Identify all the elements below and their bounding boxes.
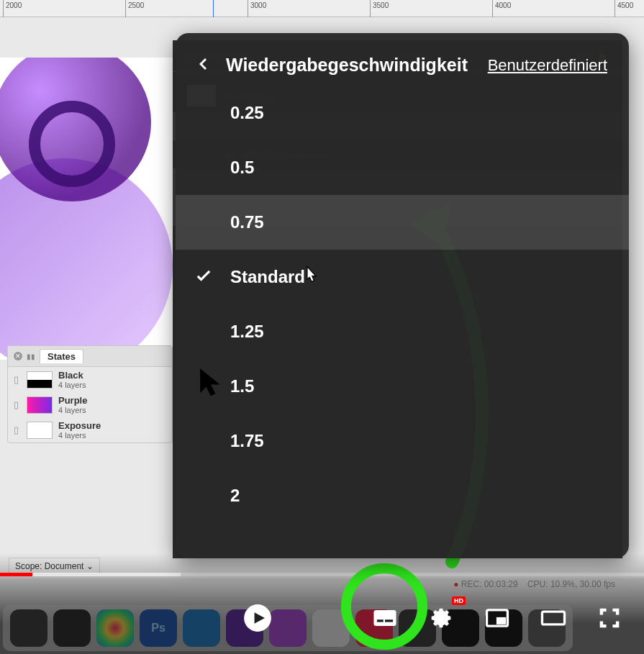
pause-icon: ▮▮ xyxy=(27,353,35,360)
state-row[interactable]: ▯ Purple4 layers xyxy=(8,392,172,417)
page-icon: ▯ xyxy=(14,399,21,410)
states-tab[interactable]: States xyxy=(40,349,83,363)
play-button[interactable] xyxy=(240,601,275,635)
speed-option[interactable]: 1.25 xyxy=(176,304,629,359)
ruler-mark: 4500 xyxy=(617,1,633,9)
menu-title: Wiedergabegeschwindigkeit xyxy=(226,55,468,76)
state-row[interactable]: ▯ Exposure4 layers xyxy=(8,417,172,442)
theater-button[interactable] xyxy=(536,601,571,635)
speed-option[interactable]: 0.25 xyxy=(176,86,629,140)
page-icon: ▯ xyxy=(14,424,21,435)
ruler-mark: 2500 xyxy=(128,1,144,9)
speed-option[interactable]: 0.5 xyxy=(176,140,629,195)
svg-rect-6 xyxy=(496,617,506,625)
playback-speed-menu[interactable]: Wiedergabegeschwindigkeit Benutzerdefini… xyxy=(176,33,629,558)
check-icon xyxy=(193,267,214,287)
speed-option[interactable]: 2 xyxy=(176,468,629,523)
speed-option[interactable]: 1.5 xyxy=(176,359,629,414)
speed-option-label: 0.25 xyxy=(230,103,264,123)
custom-speed-link[interactable]: Benutzerdefiniert xyxy=(488,56,607,75)
state-row[interactable]: ▯ Black4 layers xyxy=(8,367,172,392)
speed-option[interactable]: Standard xyxy=(176,250,629,304)
canvas-ruler: 2000 2500 3000 3500 4000 4500 xyxy=(0,0,644,17)
state-thumbnail xyxy=(27,396,53,414)
miniplayer-button[interactable] xyxy=(480,601,514,635)
canvas-image xyxy=(0,58,173,360)
page-icon: ▯ xyxy=(14,374,21,385)
fullscreen-button[interactable] xyxy=(592,601,627,635)
ruler-mark: 2000 xyxy=(6,1,22,9)
ruler-mark: 3500 xyxy=(373,1,389,9)
speed-option-label: 1.5 xyxy=(230,376,254,396)
ruler-mark: 3000 xyxy=(250,1,266,9)
back-button[interactable] xyxy=(194,55,212,76)
state-thumbnail xyxy=(27,371,53,389)
state-thumbnail xyxy=(27,422,53,439)
video-progress[interactable] xyxy=(0,573,644,576)
speed-option-label: 0.5 xyxy=(230,158,254,178)
close-icon[interactable]: ✕ xyxy=(14,352,22,360)
speed-option[interactable]: 1.75 xyxy=(176,414,629,468)
speed-option-label: 1.25 xyxy=(230,322,264,342)
ruler-mark: 4000 xyxy=(495,1,511,9)
states-panel[interactable]: ✕ ▮▮ States ▯ Black4 layers ▯ Purple4 la… xyxy=(7,345,173,443)
speed-option-label: 1.75 xyxy=(230,431,264,451)
speed-option-label: Standard xyxy=(230,267,305,287)
settings-button[interactable]: HD xyxy=(424,601,458,635)
speed-option-label: 2 xyxy=(230,486,240,506)
speed-option-label: 0.75 xyxy=(230,212,264,232)
annotation-circle xyxy=(341,563,427,650)
svg-rect-7 xyxy=(542,612,564,625)
hd-badge: HD xyxy=(452,596,466,605)
speed-option[interactable]: 0.75 xyxy=(176,195,629,250)
